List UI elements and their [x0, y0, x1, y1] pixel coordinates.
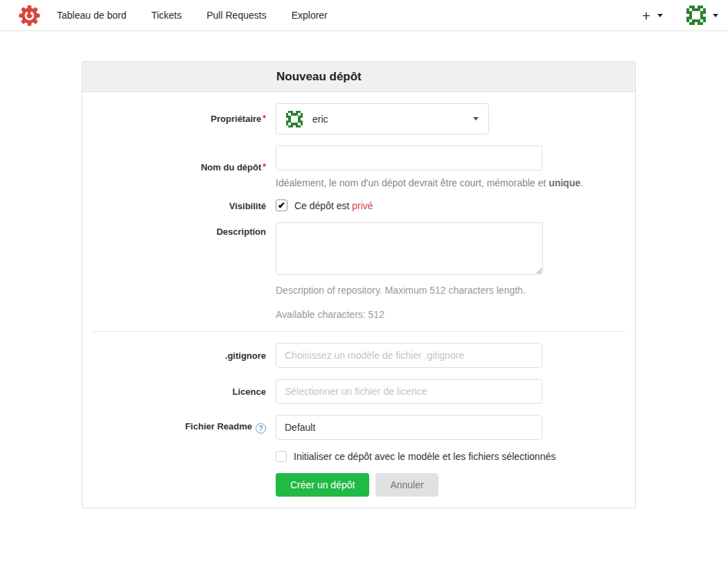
- owner-dropdown[interactable]: eric: [276, 103, 489, 134]
- create-new-menu[interactable]: +: [642, 8, 663, 23]
- description-hint: Description of repository. Maximum 512 c…: [276, 285, 543, 296]
- nav-item-dashboard[interactable]: Tableau de bord: [57, 10, 126, 21]
- nav-item-issues[interactable]: Tickets: [151, 10, 181, 21]
- gitignore-label: .gitignore: [92, 350, 276, 361]
- readme-label: Fichier Readme?: [92, 421, 276, 434]
- owner-label: Propriétaire*: [92, 114, 276, 124]
- required-asterisk: *: [263, 114, 266, 123]
- nav-item-explore[interactable]: Explorer: [292, 10, 328, 21]
- gitignore-row: .gitignore: [92, 343, 625, 368]
- required-asterisk: *: [263, 162, 266, 172]
- new-repo-form: Propriétaire* eric Nom du dépôt* Idéalem…: [82, 92, 635, 508]
- readme-input[interactable]: [276, 415, 542, 440]
- new-repo-panel: Nouveau dépôt Propriétaire* eric Nom du …: [82, 61, 636, 508]
- user-avatar: [686, 6, 706, 25]
- license-row: Licence: [92, 379, 625, 404]
- description-label: Description: [92, 222, 276, 237]
- repo-name-label-text: Nom du dépôt: [201, 162, 261, 172]
- visibility-row: Visibilité ✔ Ce dépôt est privé: [92, 199, 625, 211]
- owner-label-text: Propriétaire: [211, 114, 261, 124]
- description-textarea[interactable]: [276, 222, 543, 275]
- page-title: Nouveau dépôt: [276, 70, 362, 84]
- chevron-down-icon: [473, 117, 479, 121]
- repo-name-input[interactable]: [276, 145, 542, 170]
- nav-menu: Tableau de bord Tickets Pull Requests Ex…: [57, 10, 353, 21]
- owner-avatar: [286, 111, 303, 127]
- license-label: Licence: [92, 387, 276, 397]
- gitea-logo-icon[interactable]: [19, 5, 40, 26]
- description-row: Description Description of repository. M…: [92, 222, 625, 320]
- private-checkbox[interactable]: ✔: [276, 199, 287, 211]
- init-checkbox[interactable]: ✔: [276, 451, 287, 462]
- nav-item-pull-requests[interactable]: Pull Requests: [206, 10, 266, 21]
- repo-name-row: Nom du dépôt* Idéalement, le nom d'un dé…: [92, 145, 625, 188]
- chevron-down-icon: [713, 14, 718, 17]
- owner-row: Propriétaire* eric: [92, 103, 625, 134]
- form-actions: Créer un dépôt Annuler: [276, 473, 625, 497]
- cancel-button[interactable]: Annuler: [375, 473, 438, 497]
- navbar-right: +: [642, 6, 718, 25]
- visibility-label: Visibilité: [92, 200, 276, 211]
- help-icon[interactable]: ?: [256, 423, 266, 434]
- readme-row: Fichier Readme?: [92, 415, 625, 440]
- init-checkbox-label: Initialiser ce dépôt avec le modèle et l…: [294, 451, 556, 462]
- license-input[interactable]: [276, 379, 542, 404]
- checkmark-icon: ✔: [278, 201, 285, 210]
- available-characters: Available characters: 512: [276, 309, 543, 320]
- gitignore-input[interactable]: [276, 343, 542, 368]
- private-link[interactable]: privé: [352, 200, 373, 211]
- section-divider: [92, 331, 625, 332]
- owner-selected-value: eric: [312, 114, 328, 125]
- create-repo-button[interactable]: Créer un dépôt: [276, 473, 369, 497]
- repo-name-label: Nom du dépôt*: [92, 162, 276, 172]
- navbar: Tableau de bord Tickets Pull Requests Ex…: [0, 0, 728, 31]
- chevron-down-icon: [657, 14, 663, 17]
- visibility-text: Ce dépôt est privé: [294, 200, 373, 211]
- readme-label-text: Fichier Readme: [185, 421, 252, 432]
- init-row: ✔ Initialiser ce dépôt avec le modèle et…: [276, 451, 625, 462]
- user-menu[interactable]: [686, 6, 718, 25]
- panel-header: Nouveau dépôt: [82, 62, 635, 92]
- plus-icon: +: [642, 8, 650, 23]
- repo-name-hint: Idéalement, le nom d'un dépot devrait êt…: [276, 177, 583, 188]
